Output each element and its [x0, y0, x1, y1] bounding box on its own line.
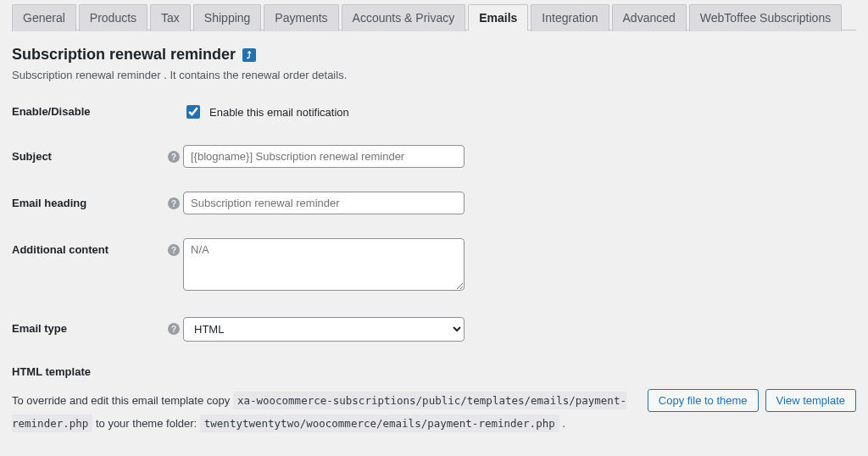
- tab-accounts-privacy[interactable]: Accounts & Privacy: [342, 4, 466, 31]
- back-icon[interactable]: ⤴: [242, 48, 256, 62]
- enable-label: Enable/Disable: [12, 100, 164, 118]
- help-icon[interactable]: ?: [168, 244, 180, 256]
- additional-content-label: Additional content: [12, 238, 164, 256]
- heading-label: Email heading: [12, 192, 164, 209]
- template-dest-path: twentytwentytwo/woocommerce/emails/payme…: [200, 414, 559, 432]
- tab-emails[interactable]: Emails: [468, 4, 528, 31]
- page-title-wrap: Subscription renewal reminder ⤴: [12, 46, 856, 64]
- enable-checkbox[interactable]: [186, 105, 200, 119]
- tab-tax[interactable]: Tax: [150, 4, 191, 31]
- view-template-button[interactable]: View template: [765, 389, 856, 412]
- page-description: Subscription renewal reminder . It conta…: [12, 69, 856, 81]
- page-title: Subscription renewal reminder: [12, 46, 236, 64]
- tab-products[interactable]: Products: [79, 4, 147, 31]
- enable-checkbox-wrap[interactable]: Enable this email notification: [183, 100, 856, 121]
- copy-file-button[interactable]: Copy file to theme: [648, 389, 759, 412]
- tab-advanced[interactable]: Advanced: [612, 4, 687, 31]
- email-type-select[interactable]: HTML: [183, 317, 465, 342]
- help-icon[interactable]: ?: [168, 323, 180, 335]
- template-heading: HTML template: [12, 365, 631, 378]
- enable-checkbox-label: Enable this email notification: [209, 106, 349, 119]
- help-icon[interactable]: ?: [168, 197, 180, 209]
- tab-webtoffee-subscriptions[interactable]: WebToffee Subscriptions: [689, 4, 842, 31]
- template-description: To override and edit this email template…: [12, 389, 631, 436]
- settings-tabs: General Products Tax Shipping Payments A…: [12, 3, 856, 31]
- tab-general[interactable]: General: [12, 4, 76, 31]
- help-icon[interactable]: ?: [168, 151, 180, 163]
- email-type-label: Email type: [12, 317, 164, 335]
- tab-shipping[interactable]: Shipping: [193, 4, 262, 31]
- tab-integration[interactable]: Integration: [531, 4, 609, 31]
- additional-content-textarea[interactable]: [183, 238, 465, 291]
- email-heading-input[interactable]: [183, 192, 465, 214]
- subject-label: Subject: [12, 145, 164, 163]
- subject-input[interactable]: [183, 145, 465, 168]
- tab-payments[interactable]: Payments: [264, 4, 338, 31]
